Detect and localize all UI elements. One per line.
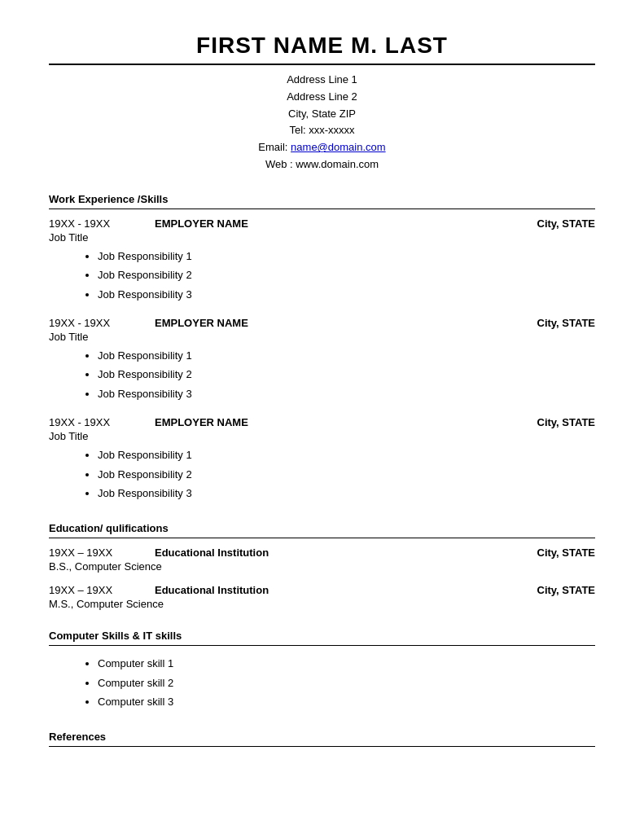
- job-title-1: Job Title: [49, 231, 595, 244]
- edu-entry-2: 19XX – 19XX Educational Institution City…: [49, 584, 595, 610]
- list-item: Job Responsibility 1: [98, 346, 595, 365]
- employer-name-2: EMPLOYER NAME: [138, 317, 537, 329]
- edu-location-1: City, STATE: [537, 546, 596, 559]
- list-item: Job Responsibility 2: [98, 266, 595, 284]
- contact-info: Address Line 1 Address Line 2 City, Stat…: [49, 72, 595, 173]
- email-label: Email:: [258, 141, 291, 153]
- edu-header-2: 19XX – 19XX Educational Institution City…: [49, 584, 595, 596]
- address-line2: Address Line 2: [49, 89, 595, 106]
- resume-name: FIRST NAME M. LAST: [49, 33, 595, 59]
- edu-dates-2: 19XX – 19XX: [49, 584, 138, 596]
- work-experience-section: Work Experience /Skills 19XX - 19XX EMPL…: [49, 193, 595, 503]
- job-dates-1: 19XX - 19XX: [49, 217, 138, 230]
- job-entry-1: 19XX - 19XX EMPLOYER NAME City, STATE Jo…: [49, 217, 595, 304]
- degree-2: M.S., Computer Science: [49, 598, 595, 610]
- computer-skills-title: Computer Skills & IT skills: [49, 630, 595, 642]
- list-item: Computer skill 1: [98, 654, 595, 673]
- references-section: References: [49, 731, 595, 747]
- list-item: Job Responsibility 3: [98, 384, 595, 403]
- employer-name-1: EMPLOYER NAME: [138, 217, 537, 230]
- job-location-1: City, STATE: [537, 217, 596, 230]
- list-item: Job Responsibility 3: [98, 484, 595, 503]
- computer-skills-divider: [49, 645, 595, 646]
- job-location-3: City, STATE: [537, 416, 596, 428]
- computer-skills-section: Computer Skills & IT skills Computer ski…: [49, 630, 595, 711]
- responsibilities-list-2: Job Responsibility 1 Job Responsibility …: [49, 346, 595, 403]
- edu-header-1: 19XX – 19XX Educational Institution City…: [49, 546, 595, 559]
- email-link[interactable]: name@domain.com: [291, 141, 386, 153]
- web: Web : www.domain.com: [49, 156, 595, 173]
- edu-location-2: City, STATE: [537, 584, 596, 596]
- city-state-zip: City, State ZIP: [49, 106, 595, 123]
- skills-list: Computer skill 1 Computer skill 2 Comput…: [49, 654, 595, 711]
- address-line1: Address Line 1: [49, 72, 595, 89]
- list-item: Computer skill 3: [98, 692, 595, 711]
- education-divider: [49, 538, 595, 538]
- job-title-2: Job Title: [49, 331, 595, 343]
- references-title: References: [49, 731, 595, 743]
- references-divider: [49, 746, 595, 747]
- edu-entry-1: 19XX – 19XX Educational Institution City…: [49, 546, 595, 573]
- job-header-1: 19XX - 19XX EMPLOYER NAME City, STATE: [49, 217, 595, 230]
- job-dates-3: 19XX - 19XX: [49, 416, 138, 428]
- list-item: Job Responsibility 1: [98, 247, 595, 266]
- job-dates-2: 19XX - 19XX: [49, 317, 138, 329]
- email-line: Email: name@domain.com: [49, 139, 595, 156]
- resume-header: FIRST NAME M. LAST Address Line 1 Addres…: [49, 33, 595, 173]
- job-entry-2: 19XX - 19XX EMPLOYER NAME City, STATE Jo…: [49, 317, 595, 403]
- employer-name-3: EMPLOYER NAME: [138, 416, 537, 428]
- list-item: Computer skill 2: [98, 674, 595, 692]
- job-entry-3: 19XX - 19XX EMPLOYER NAME City, STATE Jo…: [49, 416, 595, 503]
- work-experience-divider: [49, 208, 595, 209]
- institution-name-2: Educational Institution: [138, 584, 537, 596]
- institution-name-1: Educational Institution: [138, 546, 537, 559]
- education-title: Education/ qulifications: [49, 522, 595, 534]
- header-divider: [49, 64, 595, 65]
- work-experience-title: Work Experience /Skills: [49, 193, 595, 205]
- responsibilities-list-3: Job Responsibility 1 Job Responsibility …: [49, 446, 595, 503]
- degree-1: B.S., Computer Science: [49, 560, 595, 573]
- list-item: Job Responsibility 3: [98, 285, 595, 304]
- education-section: Education/ qulifications 19XX – 19XX Edu…: [49, 522, 595, 610]
- job-title-3: Job Title: [49, 430, 595, 442]
- list-item: Job Responsibility 2: [98, 465, 595, 484]
- job-header-3: 19XX - 19XX EMPLOYER NAME City, STATE: [49, 416, 595, 428]
- list-item: Job Responsibility 2: [98, 365, 595, 384]
- tel: Tel: xxx-xxxxx: [49, 122, 595, 139]
- edu-dates-1: 19XX – 19XX: [49, 546, 138, 559]
- list-item: Job Responsibility 1: [98, 446, 595, 464]
- job-header-2: 19XX - 19XX EMPLOYER NAME City, STATE: [49, 317, 595, 329]
- responsibilities-list-1: Job Responsibility 1 Job Responsibility …: [49, 247, 595, 304]
- job-location-2: City, STATE: [537, 317, 596, 329]
